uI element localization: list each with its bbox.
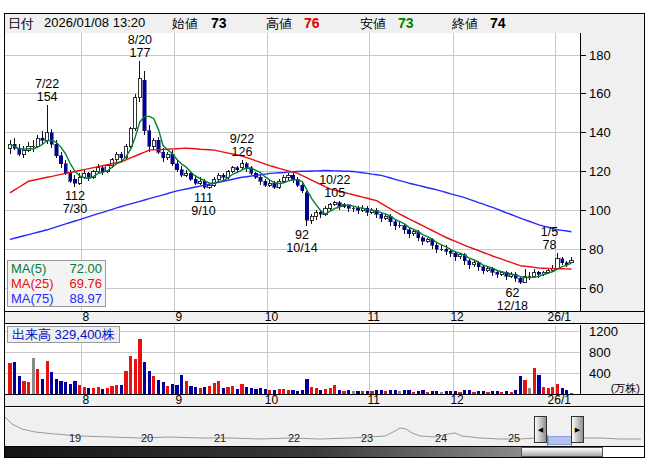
svg-text:111: 111 — [194, 191, 213, 205]
svg-text:9/22: 9/22 — [230, 132, 254, 146]
month-label: 11 — [367, 311, 379, 323]
date-label: 日付 — [8, 15, 34, 33]
year-label: 24 — [435, 432, 447, 444]
ma75-label: MA(75) — [11, 291, 54, 306]
svg-text:78: 78 — [543, 238, 557, 252]
svg-text:9/10: 9/10 — [191, 204, 215, 218]
close-value: 74 — [490, 15, 506, 31]
svg-text:8/20: 8/20 — [128, 33, 152, 47]
right-arrow-icon: ▶ — [575, 426, 580, 434]
svg-text:180: 180 — [589, 48, 611, 63]
svg-text:10/22: 10/22 — [319, 173, 350, 187]
month-label: 12 — [450, 394, 463, 406]
scrollbar-thumb[interactable] — [521, 447, 603, 457]
month-label: 10 — [265, 311, 278, 323]
year-label: 23 — [361, 432, 373, 444]
svg-text:105: 105 — [324, 186, 345, 200]
ma25-value: 69.76 — [69, 276, 102, 291]
selected-range-band[interactable] — [548, 436, 572, 445]
month-label: 26/1 — [548, 394, 571, 406]
svg-text:92: 92 — [295, 228, 309, 242]
open-label: 始値 — [172, 15, 198, 33]
low-label: 安値 — [360, 15, 386, 33]
volume-value-label: 出来高 329,400株 — [7, 326, 120, 343]
svg-text:800: 800 — [589, 345, 611, 360]
svg-text:154: 154 — [37, 90, 58, 104]
scrollbar-track[interactable] — [5, 447, 521, 457]
high-value: 76 — [304, 15, 320, 31]
svg-text:100: 100 — [589, 203, 611, 218]
price-xaxis: 8910111226/1 — [4, 311, 645, 324]
svg-text:1200: 1200 — [589, 325, 618, 339]
ma-legend: MA(5)72.00 MA(25)69.76 MA(75)88.97 — [7, 260, 106, 307]
year-label: 19 — [69, 432, 81, 444]
svg-text:62: 62 — [505, 286, 519, 300]
year-label: 22 — [288, 432, 300, 444]
range-navigator[interactable]: ◀ ▶ 19202122232425 — [4, 408, 645, 446]
low-value: 73 — [398, 15, 414, 31]
svg-text:112: 112 — [65, 189, 85, 203]
ma25-label: MA(25) — [11, 276, 54, 291]
svg-text:160: 160 — [589, 86, 611, 101]
left-arrow-icon: ◀ — [538, 426, 543, 434]
svg-text:1/5: 1/5 — [541, 225, 558, 239]
month-label: 8 — [83, 394, 90, 406]
svg-text:80: 80 — [589, 242, 603, 257]
svg-text:(万株): (万株) — [611, 382, 640, 394]
range-handle-left[interactable]: ◀ — [534, 416, 547, 443]
close-label: 終値 — [452, 15, 478, 33]
ma75-value: 88.97 — [69, 291, 102, 306]
high-label: 高値 — [266, 15, 292, 33]
svg-text:120: 120 — [589, 164, 611, 179]
range-handle-right[interactable]: ▶ — [571, 416, 584, 443]
date-value: 2026/01/08 13:20 — [44, 15, 145, 30]
month-label: 9 — [175, 394, 182, 406]
year-label: 25 — [508, 432, 520, 444]
open-value: 73 — [211, 15, 227, 31]
stock-chart-window: 日付 2026/01/08 13:20 始値 73 高値 76 安値 73 終値… — [0, 0, 653, 470]
ma5-value: 72.00 — [69, 261, 102, 276]
svg-text:126: 126 — [232, 145, 253, 159]
year-label: 20 — [141, 432, 153, 444]
svg-text:7/22: 7/22 — [35, 77, 59, 91]
svg-text:60: 60 — [589, 281, 603, 296]
range-tick-left — [547, 435, 548, 446]
month-label: 11 — [367, 394, 379, 406]
svg-text:400: 400 — [589, 366, 611, 381]
svg-text:140: 140 — [589, 125, 611, 140]
ma5-label: MA(5) — [11, 261, 46, 276]
quote-header: 日付 2026/01/08 13:20 始値 73 高値 76 安値 73 終値… — [4, 13, 645, 34]
svg-text:10/14: 10/14 — [286, 241, 317, 255]
month-label: 8 — [83, 311, 90, 323]
svg-text:177: 177 — [129, 46, 150, 60]
svg-text:7/30: 7/30 — [63, 202, 87, 216]
month-label: 12 — [450, 311, 463, 323]
year-label: 21 — [214, 432, 226, 444]
horizontal-scrollbar[interactable] — [4, 446, 645, 458]
month-label: 26/1 — [548, 311, 571, 323]
month-label: 10 — [265, 394, 278, 406]
volume-xaxis: 8910111226/1 — [4, 394, 645, 407]
month-label: 9 — [175, 311, 182, 323]
